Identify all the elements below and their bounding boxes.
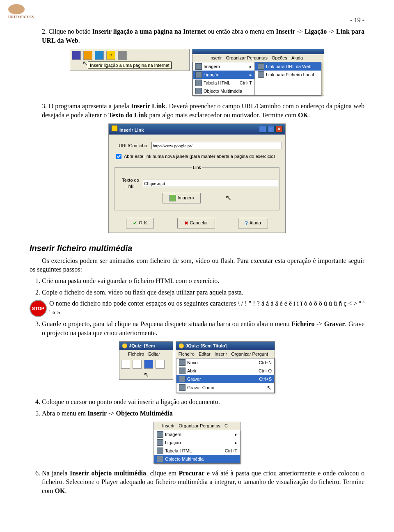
screenshot-jquiz-toolbar: 🟡 JQuiz: [Sem FicheiroEditar ↖ xyxy=(119,341,173,379)
mm-step-3: Guarde o projecto, para tal clique na Pe… xyxy=(42,320,364,337)
mm-step-2: Copie o ficheiro de som, vídeo ou flash … xyxy=(42,288,364,297)
screenshot-ficheiro-menu: 🟡 JQuiz: [Sem Titulo] FicheiroEditarInse… xyxy=(176,341,275,393)
ok-button[interactable]: ✔OOKK xyxy=(126,218,154,228)
link-text-input[interactable] xyxy=(143,180,278,187)
new-window-checkbox[interactable] xyxy=(116,154,121,159)
intro-paragraph: Os exercícios podem ser animados com fic… xyxy=(30,256,364,274)
max-icon: □ xyxy=(267,126,275,132)
help-button[interactable]: ?Ajuda xyxy=(238,218,268,228)
close-icon: × xyxy=(275,126,283,132)
step-3: 3. O programa apresenta a janela Inserir… xyxy=(30,102,364,119)
cancel-button[interactable]: ✖Cancelar xyxy=(177,218,215,228)
mm-step-1: Crie uma pasta onde vai guardar o fichei… xyxy=(42,276,364,285)
link-text-label: Texto do link: xyxy=(118,177,143,190)
min-icon: _ xyxy=(259,126,266,132)
mm-step-4: Coloque o cursor no ponto onde vai inser… xyxy=(42,397,364,406)
heading-multimedia: Inserir ficheiro multimédia xyxy=(30,243,364,254)
screenshot-dialog-inserir-link: Inserir Link _□× URL/Caminho Abrir este … xyxy=(108,123,286,233)
screenshot-menu-objecto: InserirOrganizar PerguntasC Imagem▸ Liga… xyxy=(153,422,241,464)
url-label: URL/Caminho xyxy=(115,143,151,149)
mm-step-5: Abra o menu em Inserir -> Objecto Multim… xyxy=(42,409,364,418)
tooltip-insert-link: Inserir ligação a uma página na Internet xyxy=(88,62,172,69)
screenshot-toolbar-link: ? ↖ Inserir ligação a uma página na Inte… xyxy=(70,49,190,71)
image-button[interactable]: Imagem xyxy=(163,193,201,203)
stop-note: STOP O nome do ficheiro não pode conter … xyxy=(30,299,364,317)
step-2: 2. Clique no botão Inserir ligação a uma… xyxy=(30,27,364,45)
hot-potatoes-logo: HOT POTATOES xyxy=(8,4,34,19)
screenshot-menu-inserir: InserirOrganizar PerguntasOpçõesAjuda Im… xyxy=(192,49,324,96)
mm-step-6: Na janela Inserir objecto multimédia, cl… xyxy=(42,469,364,495)
page-number: - 19 - xyxy=(30,16,364,24)
url-input[interactable] xyxy=(151,142,282,149)
stop-icon: STOP xyxy=(30,300,47,317)
